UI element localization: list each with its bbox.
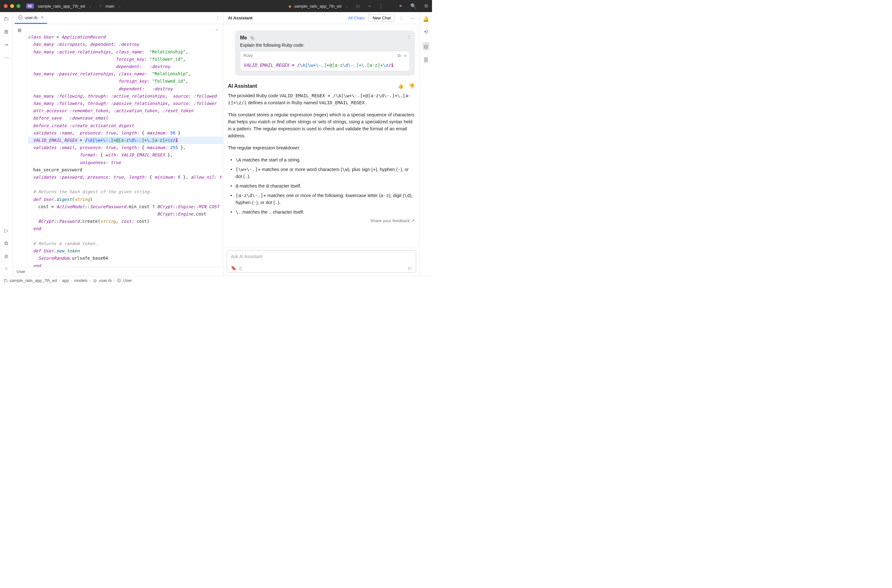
folder-icon: 🗀 [3, 278, 7, 283]
thumbs-up-icon[interactable]: 👍 [398, 83, 404, 89]
run-tool-icon[interactable]: ▷ [4, 228, 8, 234]
attachment-icon[interactable]: 📎 [250, 36, 255, 40]
list-item: @ matches the @ character itself. [231, 183, 415, 189]
breadcrumb-item[interactable]: sample_rails_app_7th_ed [9, 278, 57, 283]
branch-name[interactable]: main [105, 4, 114, 9]
message-menu-icon[interactable]: ⋮ [407, 34, 411, 39]
search-icon[interactable]: 🔍 [411, 3, 417, 9]
list-item: [a-z\d\-.]+ matches one or more of the f… [231, 192, 415, 206]
reply-paragraph: The provided Ruby code VALID_EMAIL_REGEX… [228, 92, 415, 106]
left-toolbar: 🗀 ⊞ ⊸ ⋯ ▷ ⧉ ⊘ ⑂ [0, 12, 13, 276]
assistant-input[interactable]: Ask AI Assistant 🔖 ▯ ▷ [226, 250, 416, 273]
minimize-window-button[interactable] [10, 4, 14, 8]
file-tab-user-rb[interactable]: R user.rb ✕ [15, 12, 47, 24]
ruby-file-icon: R [18, 15, 23, 20]
assistant-header: AI Assistant All Chats New Chat ⋮ — [223, 12, 419, 24]
chevron-down-icon: ⌄ [89, 4, 91, 8]
code-snippet: Ruby ⧉ ≡ VALID_EMAIL_REGEX = /\A[\w+\-.]… [240, 51, 410, 71]
breadcrumb-item[interactable]: user.rb [99, 278, 112, 283]
all-chats-link[interactable]: All Chats [348, 16, 364, 20]
list-item: \A matches the start of a string. [231, 156, 415, 164]
recent-icon[interactable]: ⟲ [424, 29, 428, 35]
send-icon[interactable]: ▷ [408, 266, 412, 270]
project-name[interactable]: sample_rails_app_7th_ed [38, 4, 85, 9]
snippet-code: VALID_EMAIL_REGEX = /\A[\w+\-.]+@[a-z\d\… [240, 60, 409, 71]
project-tool-icon[interactable]: 🗀 [4, 16, 9, 22]
settings-icon[interactable]: ⚙ [424, 3, 428, 9]
inspection-ok-icon: ✓ [216, 26, 219, 33]
debug-icon[interactable]: ⌁ [368, 3, 371, 9]
copy-icon[interactable]: ⧉ [398, 53, 400, 58]
assistant-body: Me 📎 ⋮ Explain the following Ruby code: … [223, 24, 419, 248]
assistant-menu-icon[interactable]: ⋮ [399, 15, 404, 21]
run-config-name[interactable]: sample_rails_app_7th_ed [294, 4, 342, 9]
maximize-window-button[interactable] [16, 4, 20, 8]
breadcrumb-item[interactable]: app [62, 278, 69, 283]
list-item: [\w+\-.]+ matches one or more word chara… [231, 166, 415, 180]
breadcrumbs: 🗀 sample_rails_app_7th_ed › app › models… [0, 276, 432, 285]
chevron-down-icon: ⌄ [118, 4, 121, 8]
insert-icon[interactable]: ≡ [404, 53, 406, 58]
class-icon: ⓒ [117, 278, 121, 283]
assistant-input-area: Ask AI Assistant 🔖 ▯ ▷ [223, 248, 419, 276]
user-message: Me 📎 ⋮ Explain the following Ruby code: … [235, 30, 415, 76]
assistant-title: AI Assistant [228, 16, 253, 20]
share-feedback-link[interactable]: Share your feedback ↗ [228, 218, 415, 223]
list-item: \. matches the . character itself. [231, 208, 415, 216]
code-editor[interactable]: ▦ ✓class User < ApplicationRecord has_ma… [13, 24, 223, 267]
commit-tool-icon[interactable]: ⊸ [4, 42, 8, 48]
notifications-icon[interactable]: 🔔 [423, 16, 429, 22]
chevron-right-icon: › [71, 278, 72, 283]
snippet-lang: Ruby [243, 53, 253, 58]
assistant-panel: AI Assistant All Chats New Chat ⋮ — Me 📎… [223, 12, 419, 276]
ai-assistant-tool-icon[interactable]: ◎ [423, 42, 429, 51]
editor-gutter: ▦ [13, 24, 27, 267]
input-placeholder: Ask AI Assistant [231, 254, 412, 266]
more-tools-icon[interactable]: ⋯ [4, 55, 9, 61]
thumbs-down-icon[interactable]: 👎 [409, 83, 415, 89]
structure-gutter-icon[interactable]: ▦ [13, 27, 26, 32]
reply-paragraph: The regular expression breakdown: [228, 144, 415, 151]
editor-context-label: User [16, 269, 25, 274]
chevron-right-icon: › [59, 278, 60, 283]
problems-tool-icon[interactable]: ⊘ [4, 254, 8, 260]
run-config-icon: ◆ [288, 4, 291, 9]
structure-tool-icon[interactable]: ⊞ [4, 28, 8, 34]
terminal-tool-icon[interactable]: ⧉ [4, 241, 8, 246]
file-tabs: R user.rb ✕ ⋮ [13, 12, 223, 24]
database-tool-icon[interactable]: 🗄 [423, 57, 429, 63]
editor-panel: R user.rb ✕ ⋮ ▦ ✓class User < Applicatio… [13, 12, 223, 276]
close-window-button[interactable] [4, 4, 7, 8]
more-menu-icon[interactable]: ⋮ [379, 3, 383, 9]
project-badge: SE [26, 3, 34, 9]
branch-icon: ⑂ [99, 4, 102, 9]
main-content: 🗀 ⊞ ⊸ ⋯ ▷ ⧉ ⊘ ⑂ R user.rb ✕ ⋮ ▦ [0, 12, 432, 276]
chevron-right-icon: › [114, 278, 115, 283]
run-icon[interactable]: ▷ [357, 3, 360, 9]
ruby-file-icon: ◎ [93, 278, 97, 283]
vcs-tool-icon[interactable]: ⑂ [5, 266, 8, 272]
tab-menu-icon[interactable]: ⋮ [215, 15, 220, 21]
close-tab-icon[interactable]: ✕ [41, 15, 44, 20]
bookmark-icon[interactable]: 🔖 [231, 266, 236, 270]
assistant-reply-title: AI Assistant [228, 83, 257, 89]
regex-breakdown-list: \A matches the start of a string. [\w+\-… [231, 156, 415, 216]
svg-text:R: R [19, 16, 21, 19]
titlebar: SE sample_rails_app_7th_ed ⌄ ⑂ main ⌄ ◆ … [0, 0, 432, 12]
new-chat-button[interactable]: New Chat [369, 14, 395, 22]
window-controls [4, 4, 20, 8]
code-with-me-icon[interactable]: ⚭ [399, 3, 403, 9]
user-label: Me [240, 35, 247, 40]
editor-status-bar: User [13, 267, 223, 276]
minimize-panel-icon[interactable]: — [411, 16, 415, 20]
file-tab-label: user.rb [25, 15, 37, 20]
chevron-down-icon: ⌄ [345, 4, 348, 8]
breadcrumb-item[interactable]: User [123, 278, 132, 283]
code-body[interactable]: ✓class User < ApplicationRecord has_many… [27, 24, 223, 267]
right-toolbar: 🔔 ⟲ ◎ 🗄 [419, 12, 432, 276]
chevron-right-icon: › [89, 278, 91, 283]
assistant-reply-header: AI Assistant 👍 👎 [228, 83, 415, 89]
file-icon[interactable]: ▯ [239, 266, 242, 270]
breadcrumb-item[interactable]: models [74, 278, 87, 283]
reply-paragraph: This constant stores a regular expressio… [228, 111, 415, 139]
